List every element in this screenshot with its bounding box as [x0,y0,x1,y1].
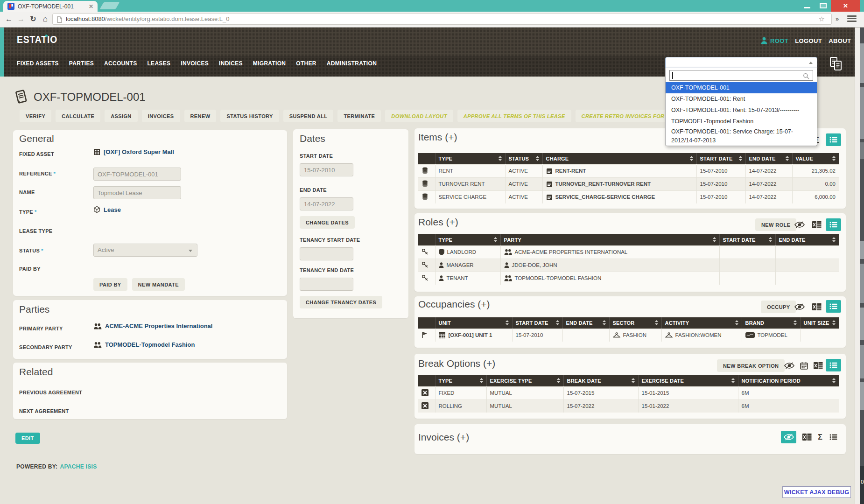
primary-party-link[interactable]: ACME-ACME Properties International [105,322,212,329]
column-header-party[interactable]: PARTY [500,234,719,245]
sort-icon[interactable] [832,156,836,161]
tenancy-end-date-field[interactable] [300,278,353,291]
sort-icon[interactable] [632,378,635,383]
excel-export-icon[interactable] [810,218,824,231]
apache-isis-link[interactable]: APACHE ISIS [60,463,97,470]
column-header-end-date[interactable]: END DATE [745,153,792,164]
section-heading[interactable]: Roles (+) [418,217,458,228]
browser-menu-icon[interactable] [847,15,857,23]
toggle-columns-icon[interactable] [782,359,796,372]
column-header-notification-period[interactable]: NOTIFICATION PERIOD [738,375,839,386]
column-header-status[interactable]: STATUS [505,153,542,164]
menu-leases[interactable]: LEASES [142,60,176,67]
new-mandate-button[interactable]: NEW MANDATE [132,278,185,291]
assign-button[interactable]: ASSIGN [105,110,138,122]
list-view-icon[interactable] [826,431,840,443]
table-row[interactable]: LANDLORD ACME-ACME PROPERTIES INTERNATIO… [418,245,839,259]
list-view-icon[interactable] [826,300,841,313]
menu-parties[interactable]: PARTIES [64,60,99,67]
table-row[interactable]: TENANT TOPMODEL-TOPMODEL FASHION [418,272,839,285]
sort-icon[interactable] [713,237,716,242]
sort-icon[interactable] [499,156,502,161]
app-logo[interactable]: ESTATIO [17,34,57,46]
sort-icon[interactable] [832,237,836,242]
search-result-item[interactable]: OXF-TOPMODEL-001: Rent [666,93,817,105]
column-header-value[interactable]: VALUE [792,153,839,164]
logout-link[interactable]: LOGOUT [795,37,822,44]
search-result-item[interactable]: OXF-TOPMODEL-001: Rent: 15-07-2013/-----… [666,105,817,116]
secondary-party-link[interactable]: TOPMODEL-Topmodel Fashion [105,341,195,348]
table-row[interactable]: TURNOVER RENT ACTIVE TURNOVER_RENT-TURNO… [418,177,839,190]
column-header-type[interactable]: TYPE [435,375,486,386]
toggle-columns-icon[interactable] [793,218,807,231]
sort-icon[interactable] [603,320,606,325]
sort-icon[interactable] [480,378,483,383]
column-header-brand[interactable]: BRAND [742,317,800,329]
column-header-type[interactable]: TYPE [435,234,500,245]
section-heading[interactable]: Items (+) [418,132,457,143]
column-header-unit-size[interactable]: UNIT SIZE [800,317,839,329]
browser-tab[interactable]: OXF-TOPMODEL-001 ✕ [3,1,98,12]
search-result-item[interactable]: OXF-TOPMODEL-001 [666,82,817,93]
paid-by-button[interactable]: PAID BY [93,278,127,291]
search-result-item[interactable]: TOPMODEL-Topmodel Fashion [666,116,817,127]
invoices-button[interactable]: INVOICES [142,110,180,122]
page-scrollbar[interactable] [855,28,860,504]
download-layout-button[interactable]: DOWNLOAD LAYOUT [385,110,453,122]
sort-icon[interactable] [794,320,797,325]
sort-icon[interactable] [690,156,693,161]
column-header-sector[interactable]: SECTOR [609,317,661,329]
table-row[interactable]: [OXF-001] UNIT 1 15-07-2010 FASHION FASH… [418,329,839,342]
copy-icon[interactable] [829,56,843,72]
sort-icon[interactable] [556,320,559,325]
sort-icon[interactable] [506,320,509,325]
table-row[interactable]: MANAGER JDOE-DOE, JOHN [418,259,839,272]
back-icon[interactable]: ← [4,14,14,25]
column-header-start-date[interactable]: START DATE [512,317,562,329]
overflow-chevrons-icon[interactable]: » [836,15,839,22]
toggle-columns-icon[interactable] [781,431,796,443]
excel-export-icon[interactable] [811,359,825,372]
column-header-end-date[interactable]: END DATE [562,317,609,329]
column-header-charge[interactable]: CHARGE [542,153,696,164]
table-row[interactable]: FIXED MUTUAL 15-07-2015 15-01-2015 6M [418,386,839,399]
sum-icon[interactable]: Σ [813,431,827,443]
fixed-asset-link[interactable]: [OXF] Oxford Super Mall [104,148,174,155]
column-header-exercise-type[interactable]: EXERCISE TYPE [486,375,563,386]
menu-fixed-assets[interactable]: FIXED ASSETS [17,60,64,67]
sort-icon[interactable] [786,156,789,161]
menu-other[interactable]: OTHER [291,60,322,67]
about-link[interactable]: ABOUT [829,37,851,44]
column-header-unit[interactable]: UNIT [435,317,512,329]
tenancy-start-date-field[interactable] [300,247,353,260]
column-header-activity[interactable]: ACTIVITY [661,317,742,329]
wicket-ajax-debug-button[interactable]: WICKET AJAX DEBUG [782,486,851,498]
list-view-icon[interactable] [826,359,841,371]
section-heading[interactable]: Invoices (+) [418,432,469,443]
start-date-field[interactable] [300,163,353,176]
change-tenancy-dates-button[interactable]: CHANGE TENANCY DATES [300,296,382,308]
column-header-type[interactable]: TYPE [435,153,505,164]
table-row[interactable]: SERVICE CHARGE ACTIVE SERVICE_CHARGE-SER… [418,190,839,203]
reference-field[interactable] [93,168,181,181]
section-heading[interactable]: Break Options (+) [418,358,495,369]
sort-icon[interactable] [494,237,497,242]
column-header-exercise-date[interactable]: EXERCISE DATE [638,375,738,386]
menu-indices[interactable]: INDICES [214,60,248,67]
menu-invoices[interactable]: INVOICES [176,60,214,67]
calendar-icon[interactable] [797,359,811,372]
tab-close-icon[interactable]: ✕ [89,3,93,10]
end-date-field[interactable] [300,197,353,210]
renew-button[interactable]: RENEW [184,110,217,122]
sort-icon[interactable] [536,156,539,161]
list-view-icon[interactable] [826,218,841,231]
menu-administration[interactable]: ADMINISTRATION [322,60,382,67]
search-result-item[interactable]: OXF-TOPMODEL-001: Service Charge: 15-07-… [666,127,817,146]
sort-icon[interactable] [769,237,772,242]
approve-all-terms-button[interactable]: APPROVE ALL TERMS OF THIS LEASE [457,110,571,122]
entity-search-select[interactable] [665,57,817,68]
column-header-end-date[interactable]: END DATE [775,234,839,245]
window-close-button[interactable]: ✕ [831,0,860,12]
column-header-break-date[interactable]: BREAK DATE [563,375,638,386]
sort-icon[interactable] [739,156,742,161]
